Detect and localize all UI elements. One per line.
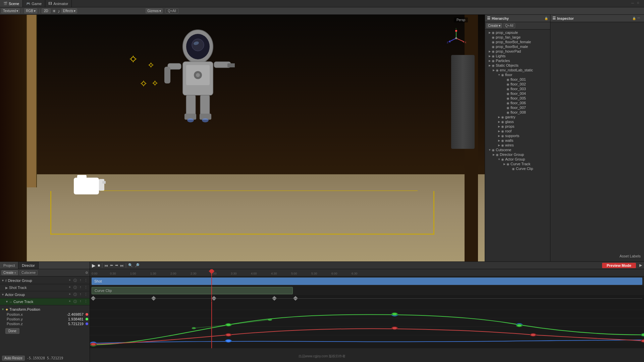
project-tab-project[interactable]: Project [0,262,18,269]
tree-item-glass[interactable]: ▶◉glass [485,119,550,124]
more-btn[interactable]: ⋮ [84,285,88,290]
info-btn[interactable]: ⓘ [73,278,77,283]
tree-item-props[interactable]: ▶◉props [485,124,550,129]
tree-item-cutscene[interactable]: ▼ ◉ Cutscene [485,147,550,152]
transform-label: Transform.Position [9,307,40,311]
frame-step-back-icon[interactable]: ⬅ [110,263,113,267]
gizmos-dropdown[interactable]: Gizmos ▾ [146,8,163,13]
curve-track-collapse-icon: ▼ [5,300,8,303]
actor-group-collapse-icon: ▼ [1,293,4,296]
frame-start-icon[interactable]: ⏮ [104,263,108,267]
more-btn[interactable]: ⋮ [84,292,88,297]
tree-item-walls[interactable]: ▶◉walls [485,138,550,143]
tree-item-curve-track[interactable]: ▶ ◉ Curve Track [485,162,550,166]
curve-track-row[interactable]: ▼ ↔ Curve Track + ⓘ ↑ ⋮ [0,298,90,305]
tree-item-lights[interactable]: ▶ ◉ Lights [485,54,550,58]
audio-icon[interactable]: ♪ [58,8,60,14]
up-btn[interactable]: ↑ [78,292,83,297]
hierarchy-lock-icon[interactable]: 🔒 [544,17,548,20]
tree-item-floor005[interactable]: ◉floor_005 [485,96,550,101]
tab-animator[interactable]: 🎞 Animator [45,0,72,7]
frame-step-fwd-icon[interactable]: ➡ [115,263,118,267]
tree-item-floor008[interactable]: ◉floor_008 [485,110,550,115]
tab-scene[interactable]: 🎬 Scene [0,0,23,7]
tree-item-particles[interactable]: ▶ ◉ Particles [485,58,550,63]
info-btn[interactable]: ⓘ [73,299,77,304]
frame-end-icon[interactable]: ⏭ [120,263,124,267]
up-btn[interactable]: ↑ [78,285,83,290]
project-settings-icon[interactable]: ⚙ [85,271,88,275]
effects-dropdown[interactable]: Effects ▾ [61,8,77,13]
tree-item-env[interactable]: ▶ ◉ env_robotLab_static [485,68,550,72]
shot-track-timeline-row: Shot [90,277,644,286]
scene-viewport[interactable]: Persp Y X Z [0,15,485,261]
right-machinery [451,55,475,149]
shot-track-row[interactable]: ▶ Shot Track + ⓘ ↑ ⋮ [0,284,90,291]
info-btn[interactable]: ⓘ [73,292,77,297]
tree-item-gantry[interactable]: ▶◉gantry [485,115,550,119]
xyz-gizmo: Y X Z [446,28,466,49]
ruler-mark-130: 1:30 [150,272,156,275]
maximize-btn[interactable]: □ [637,1,642,6]
hierarchy-search[interactable]: Q+All [503,23,515,28]
preview-mode-button[interactable]: Preview Mode [602,263,636,268]
zoom-in-icon[interactable]: 🔎 [135,263,140,267]
inspector-panel: ☰ Inspector 🔒 — Asset Labels [550,15,644,261]
tree-item-prop-male[interactable]: ◉ prop_floorBot_male [485,44,550,49]
svg-line-69 [228,320,270,325]
tree-item-wires[interactable]: ▶◉wires [485,143,550,147]
more-btn[interactable]: ⋮ [84,299,88,304]
shot-clip[interactable]: Shot [92,278,642,285]
tree-item-actor-group[interactable]: ▼ ◉ Actor Group [485,157,550,162]
add-btn[interactable]: + [67,292,72,297]
director-group-row[interactable]: ▼ # Director Group + ⓘ ↑ ⋮ [0,277,90,284]
light-gizmo-2 [148,62,154,69]
tree-item-floor[interactable]: ▼ ◉ floor [485,72,550,77]
cutscene-label[interactable]: Cutscene [19,270,38,275]
auto-resize-button[interactable]: Auto Resize [2,356,25,361]
tree-item-curve-clip[interactable]: ◉ Curve Clip [485,166,550,171]
curve-clip-block[interactable]: Curve Clip [92,287,293,294]
inspector-lock-icon[interactable]: 🔒 [632,17,636,20]
light-gizmo-1 [129,55,137,64]
sun-icon[interactable]: ☀ [52,8,56,14]
tree-item-floor001[interactable]: ◉floor_001 [485,77,550,82]
tree-item-floor004[interactable]: ◉floor_004 [485,91,550,96]
tree-item-floor003[interactable]: ◉floor_003 [485,86,550,91]
tree-item-floor007[interactable]: ◉floor_007 [485,105,550,110]
inspector-minimize-icon[interactable]: — [637,16,642,21]
tree-item-supports[interactable]: ▶◉supports [485,133,550,138]
minimize-btn[interactable]: — [631,1,636,6]
tree-item-roof[interactable]: ▶◉roof [485,129,550,133]
project-tab-director[interactable]: Director [18,262,39,269]
textured-dropdown[interactable]: Textured ▾ [1,8,20,13]
timeline-expand-icon[interactable]: ▶ [639,263,642,267]
2d-btn[interactable]: 2D [42,8,51,13]
tree-item-floor002[interactable]: ◉floor_002 [485,82,550,86]
tree-item-static[interactable]: ▶ ◉ Static Objects [485,63,550,68]
tree-item-prop-female[interactable]: ◉ prop_floorBot_female [485,40,550,44]
add-btn[interactable]: + [67,299,72,304]
more-btn[interactable]: ⋮ [84,278,88,283]
add-btn[interactable]: + [67,285,72,290]
tree-item-prop-fan[interactable]: ◉ prop_fan_large [485,35,550,40]
qcall-input[interactable]: Q+All [165,8,178,13]
tree-item-director-group[interactable]: ▶ ◉ Director Group [485,152,550,157]
project-create-dropdown[interactable]: Create ▾ [1,270,18,275]
tree-item-prop-hover[interactable]: ▶ ◉ prop_hoverPad [485,49,550,54]
add-btn[interactable]: + [67,278,72,283]
hierarchy-create-dropdown[interactable]: Create ▾ [486,23,502,28]
keyframe-line [92,298,642,299]
tree-item-floor006[interactable]: ◉floor_006 [485,101,550,105]
tree-item-prop-capsule[interactable]: ▶ ◉ prop_capsule [485,30,550,35]
done-button[interactable]: Done [5,328,19,334]
info-btn[interactable]: ⓘ [73,285,77,290]
zoom-out-icon[interactable]: 🔍 [128,263,133,267]
play-button[interactable]: ▶ [92,263,96,268]
up-btn[interactable]: ↑ [78,278,83,283]
up-btn[interactable]: ↑ [78,299,83,304]
stop-button[interactable]: ■ [98,263,100,268]
actor-group-row[interactable]: ▼ Actor Group + ⓘ ↑ ⋮ [0,291,90,298]
rgb-dropdown[interactable]: RGB ▾ [24,8,37,13]
tab-game[interactable]: 🎮 Game [23,0,45,7]
